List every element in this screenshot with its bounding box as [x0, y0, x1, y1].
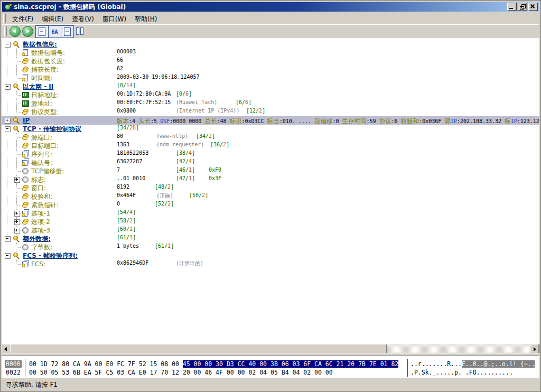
decode-view-button[interactable] [35, 25, 49, 38]
list-icon [64, 27, 71, 36]
expand-plus-icon[interactable] [14, 211, 20, 217]
tree-row-label: 时间戳: [31, 74, 52, 82]
tree-row[interactable]: 协议类型:0x0800(Internet IP (IPv4))[12/2] [2, 108, 539, 116]
menu-item-0[interactable]: 文件(F) [8, 14, 38, 24]
byte-range: [0/6] [176, 91, 192, 97]
hex-offset[interactable]: 0022 [5, 369, 22, 376]
tree-guide [16, 158, 17, 167]
tree-row[interactable]: 数据包信息: [2, 40, 539, 49]
window-title: sina.cscproj - 数据包解码 (Global) [14, 2, 126, 12]
document-icon [39, 27, 45, 36]
tree-row[interactable]: 源端口:80(www-http)[34/2] [2, 133, 539, 142]
tree-row[interactable]: 额外数据:[61/1] [2, 235, 539, 243]
tree-row[interactable]: 源地址:00:E0:FC:7F:52:15(Huawei Tach)[6/6] [2, 99, 539, 108]
byte-range: [34/2] [196, 133, 215, 139]
menu-item-1[interactable]: 编辑(E) [38, 14, 68, 24]
close-button[interactable] [528, 3, 538, 11]
tree-row-value: 8192 [117, 184, 129, 190]
tree-row[interactable]: 选项-2[58/2] [2, 218, 539, 226]
tree-row[interactable]: 选项-1[54/4] [2, 209, 539, 218]
tree-row[interactable]: 选项-3[60/1] [2, 226, 539, 235]
pin-icon [12, 117, 20, 124]
tree-row[interactable]: 数据包编号:000003 [2, 49, 539, 57]
tree-row[interactable]: 捕获长度:62 [2, 66, 539, 74]
tree-row-label: 选项-1 [31, 209, 50, 218]
tree-row[interactable]: 时间戳:2009-03-30 19:06:18.124057 [2, 74, 539, 82]
menu-item-2[interactable]: 查看(V) [68, 14, 98, 24]
tree-row-value: 0x0800 [117, 108, 136, 114]
tree-row[interactable]: 校验和:0x464F(正确)[50/2] [2, 192, 539, 201]
byte-range: [6/6] [236, 99, 251, 105]
disc-icon [22, 176, 29, 183]
coins-icon [22, 108, 29, 115]
restore-button[interactable] [518, 3, 527, 11]
hex-offset[interactable]: 0000 [5, 360, 22, 368]
collapse-minus-icon[interactable] [5, 42, 11, 48]
expand-plus-icon[interactable] [14, 177, 20, 183]
back-button[interactable] [10, 26, 21, 37]
pages-icon [22, 260, 29, 267]
tree-row-label: 捕获长度: [31, 66, 59, 74]
ascii-bytes-selected[interactable]: E..0..@.;..o.l! {~.. [462, 360, 535, 368]
hex-bytes[interactable]: 00 1D 72 80 CA 9A 00 E0 FC 7F 52 15 08 0… [29, 360, 398, 368]
document-icon [22, 49, 29, 56]
byte-range: [36/2] [210, 142, 229, 147]
tree-row[interactable]: 紧急指针:0[52/2] [2, 201, 539, 209]
hex-row[interactable]: 002200 50 05 53 6B EA 5F C5 03 CA E0 17 … [2, 369, 539, 376]
document-icon [22, 74, 29, 81]
tree-row[interactable]: 数据包长度:66 [2, 57, 539, 66]
tree-guide [16, 192, 17, 201]
coins-icon [22, 134, 29, 141]
pin-icon [12, 125, 20, 132]
collapse-minus-icon[interactable] [5, 84, 11, 90]
pin-icon [12, 83, 20, 90]
hex-row[interactable]: 000000 1D 72 80 CA 9A 00 E0 FC 7F 52 15 … [2, 360, 539, 368]
tree-row-value: (www-http) [156, 133, 188, 139]
tree-guide [16, 91, 17, 99]
tree-row[interactable]: 目标地址:00:1D:72:80:CA:9A[0/6] [2, 91, 539, 99]
byte-range: [42/4] [176, 158, 195, 164]
tree-row[interactable]: 以太网 - II[0/14] [2, 82, 539, 91]
hex-bytes-selected[interactable]: 45 00 00 30 D3 CC 40 00 3B 06 03 6F CA 6… [183, 360, 399, 368]
tree-row-value: 0x464F [117, 192, 136, 198]
tree-row[interactable]: 确认号:63627287[42/4] [2, 158, 539, 167]
forward-button[interactable] [22, 26, 33, 37]
columns-icon [76, 27, 83, 35]
ascii-bytes[interactable]: .P.Sk._.....p. .FO.......... [411, 369, 513, 376]
byte-range: [54/4] [117, 209, 136, 215]
tree-guide [16, 184, 17, 192]
decode-tree: 数据包信息:数据包编号:000003数据包长度:66捕获长度:62时间戳:200… [2, 38, 539, 344]
expand-plus-icon[interactable] [14, 228, 20, 234]
minimize-button[interactable] [507, 3, 517, 11]
tree-row[interactable]: TCP - 传输控制协议[34/28] [2, 125, 539, 133]
tree-row[interactable]: FCS:0x862946DF(计算出的) [2, 260, 539, 268]
hex-codes-button[interactable]: 6A [48, 25, 61, 38]
expand-plus-icon[interactable] [14, 219, 20, 225]
tree-row-value: 0xF0 [209, 167, 221, 173]
tree-row[interactable]: 字节数:1 bytes[61/1] [2, 243, 539, 251]
tree-guide [16, 167, 17, 175]
collapse-minus-icon[interactable] [5, 236, 11, 242]
expand-plus-icon[interactable] [5, 118, 11, 124]
collapse-minus-icon[interactable] [5, 126, 11, 132]
menu-item-3[interactable]: 窗口(W) [98, 14, 130, 24]
coins-icon [22, 193, 29, 200]
tree-row[interactable]: 目标端口:1363(ndm-requester)[36/2] [2, 142, 539, 150]
menu-item-4[interactable]: 帮助(H) [130, 14, 161, 24]
tree-row[interactable]: 窗口:8192[48/2] [2, 184, 539, 192]
byte-range: [46/1] [176, 167, 195, 173]
disc-icon [22, 167, 29, 174]
pin-icon [12, 252, 20, 259]
hex-bytes[interactable]: 00 50 05 53 6B EA 5F C5 03 CA E0 17 70 1… [29, 369, 333, 376]
horizontal-scrollbar[interactable] [2, 344, 539, 353]
tree-row[interactable]: IP版本:4 头长:5 DSF:0000 0000 总长:48 标识:0xD3C… [2, 116, 539, 125]
tree-guide [16, 66, 17, 74]
split-view-button[interactable] [73, 25, 86, 37]
tree-row[interactable]: TCP偏移量:7[46/1]0xF0 [2, 167, 539, 175]
collapse-minus-icon[interactable] [5, 253, 11, 259]
tree-row[interactable]: 序列号:1810522053[38/4] [2, 150, 539, 158]
tree-row[interactable]: FCS - 帧校验序列: [2, 251, 539, 260]
detail-list-button[interactable] [61, 25, 74, 38]
tree-row[interactable]: 标志:..01 0010[47/1]0x3F [2, 175, 539, 184]
ascii-bytes[interactable]: ..r.......R...E..0..@.;..o.l! {~.. [411, 360, 535, 368]
